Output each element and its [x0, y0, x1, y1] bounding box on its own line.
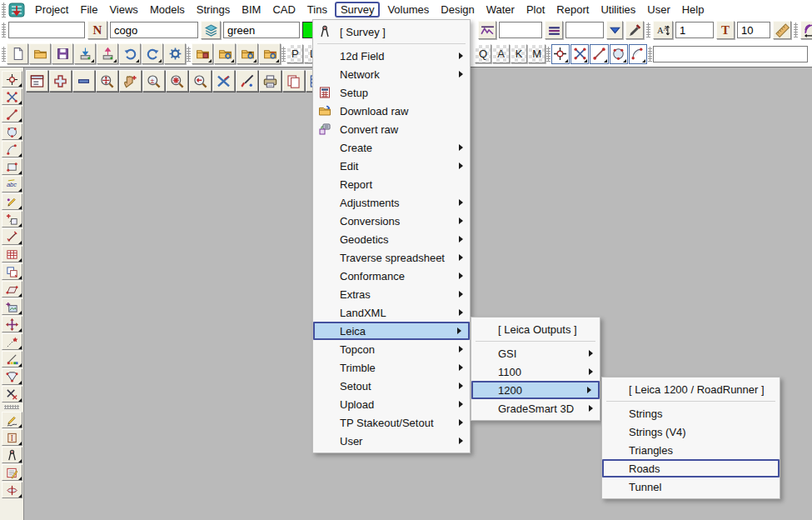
- menu-item-geodetics[interactable]: Geodetics: [313, 230, 470, 248]
- model-layers-button[interactable]: [201, 21, 221, 39]
- copy-button[interactable]: [2, 263, 22, 280]
- menubar-item-strings[interactable]: Strings: [191, 2, 236, 18]
- redraw-button[interactable]: [236, 70, 258, 92]
- survey-button[interactable]: [2, 447, 22, 463]
- zoom-in-button[interactable]: [49, 70, 72, 92]
- import-button[interactable]: [74, 43, 96, 64]
- create-circle-button[interactable]: [2, 123, 22, 140]
- menu-item-1100[interactable]: 1100: [471, 362, 600, 381]
- freehand-draw-button[interactable]: [2, 412, 22, 428]
- dropdown-button[interactable]: [606, 21, 623, 39]
- menu-item-12d-field[interactable]: 12d Field: [313, 47, 470, 65]
- snap-circle-button[interactable]: [610, 44, 628, 64]
- menubar-item-views[interactable]: Views: [103, 2, 143, 18]
- menu-item-network[interactable]: Network: [313, 65, 470, 83]
- append-point-button[interactable]: [2, 333, 22, 350]
- menubar-item-models[interactable]: Models: [144, 2, 191, 18]
- menu-item-extras[interactable]: Extras: [313, 285, 470, 303]
- snap-intersection-button[interactable]: [570, 44, 589, 64]
- menubar-item-volumes[interactable]: Volumes: [381, 2, 435, 18]
- name-input[interactable]: [8, 22, 85, 38]
- menu-item-roads[interactable]: Roads: [602, 459, 780, 478]
- export-button[interactable]: [97, 43, 118, 64]
- redo-button[interactable]: [142, 43, 163, 64]
- edit-string-button[interactable]: [2, 193, 22, 210]
- model-gear-button-3[interactable]: [259, 43, 281, 64]
- close-polygon-button[interactable]: [2, 368, 22, 385]
- new-view-button[interactable]: [26, 70, 48, 92]
- grid-button[interactable]: [2, 246, 22, 262]
- zoom-out-button[interactable]: [72, 70, 95, 92]
- toggle-a-button[interactable]: A: [492, 44, 509, 63]
- translate-button[interactable]: [2, 316, 22, 332]
- toggle-m-button[interactable]: M: [528, 44, 545, 63]
- menu-item-create[interactable]: Create: [313, 138, 470, 157]
- settings-button[interactable]: [164, 43, 186, 64]
- menu-item-topcon[interactable]: Topcon: [313, 340, 470, 358]
- menu-item-upload[interactable]: Upload: [313, 395, 470, 413]
- menu-item-landxml[interactable]: LandXML: [313, 303, 470, 322]
- colour-string-button[interactable]: [2, 351, 22, 368]
- menu-item-gradesmart-3d[interactable]: GradeSmart 3D: [471, 399, 600, 418]
- toolbar-grip[interactable]: [187, 47, 191, 62]
- menu-item-download-raw[interactable]: Download raw: [313, 102, 470, 120]
- delete-button[interactable]: [2, 386, 22, 402]
- create-arc-button[interactable]: [2, 141, 22, 158]
- toggle-k-button[interactable]: K: [511, 44, 527, 63]
- menubar-item-survey[interactable]: Survey: [335, 2, 380, 18]
- toolbar-grip[interactable]: [648, 47, 652, 62]
- menu-item-report[interactable]: Report: [313, 175, 470, 193]
- style-input[interactable]: [499, 22, 542, 38]
- copy-view-button[interactable]: [282, 70, 305, 92]
- model-input[interactable]: [110, 22, 198, 38]
- create-line-button[interactable]: [2, 106, 22, 122]
- toolbar-grip[interactable]: [546, 47, 550, 62]
- menubar-item-bim[interactable]: BIM: [236, 2, 267, 18]
- zoom-extents-button[interactable]: [96, 70, 118, 92]
- polygon-button[interactable]: [2, 281, 22, 298]
- create-rectangle-button[interactable]: [2, 158, 22, 175]
- delete-view-button[interactable]: [212, 70, 235, 92]
- menu-item-traverse-spreadsheet[interactable]: Traverse spreadsheet: [313, 248, 470, 267]
- menubar-item-water[interactable]: Water: [481, 2, 521, 18]
- menu-item-strings-v4[interactable]: Strings (V4): [602, 422, 780, 441]
- pan-button[interactable]: [119, 70, 142, 92]
- mountains-linestyle-button[interactable]: [478, 21, 496, 39]
- menubar-item-help[interactable]: Help: [676, 2, 710, 18]
- zoom-all-button[interactable]: [166, 70, 188, 92]
- text-height-input[interactable]: [675, 22, 714, 38]
- model-folder-button[interactable]: [192, 43, 213, 64]
- menubar-item-user[interactable]: User: [641, 2, 675, 18]
- save-button[interactable]: [52, 43, 73, 64]
- menu-item-leica[interactable]: Leica: [313, 322, 470, 340]
- menu-item-1200[interactable]: 1200: [471, 381, 600, 399]
- menu-item-user[interactable]: User: [313, 432, 470, 450]
- menubar-item-plot[interactable]: Plot: [521, 2, 550, 18]
- toolbar-grip[interactable]: [281, 47, 286, 62]
- new-document-button[interactable]: [7, 43, 28, 64]
- menubar-item-file[interactable]: File: [74, 2, 103, 18]
- model-gear-button-1[interactable]: [214, 43, 236, 64]
- menu-item-trimble[interactable]: Trimble: [313, 358, 470, 377]
- section-view-button[interactable]: [2, 482, 22, 498]
- ruler-button[interactable]: [773, 21, 791, 39]
- menu-item-triangles[interactable]: Triangles: [602, 441, 780, 459]
- zoom-scale-button[interactable]: ±: [142, 70, 165, 92]
- toggle-p-button[interactable]: P: [286, 44, 303, 63]
- menubar-grip[interactable]: [2, 2, 6, 18]
- create-point-button[interactable]: [2, 211, 22, 228]
- menu-item-setout[interactable]: Setout: [313, 377, 470, 395]
- zoom-previous-button[interactable]: [189, 70, 212, 92]
- menubar-item-report[interactable]: Report: [550, 2, 595, 18]
- toolbar-grip[interactable]: [794, 22, 798, 38]
- lines-linestyle-button[interactable]: [545, 21, 563, 39]
- text-style-button[interactable]: T: [716, 21, 735, 39]
- plot-button[interactable]: [259, 70, 281, 92]
- toolbar-grip[interactable]: [2, 22, 6, 38]
- menu-item-tp-stakeout-setout[interactable]: TP Stakeout/Setout: [313, 413, 470, 432]
- measure-button[interactable]: [2, 228, 22, 245]
- menu-item-setup[interactable]: Setup: [313, 83, 470, 102]
- menu-item-conformance[interactable]: Conformance: [313, 267, 470, 285]
- snap-point-button[interactable]: [551, 44, 570, 64]
- toolbar-grip[interactable]: [646, 22, 650, 38]
